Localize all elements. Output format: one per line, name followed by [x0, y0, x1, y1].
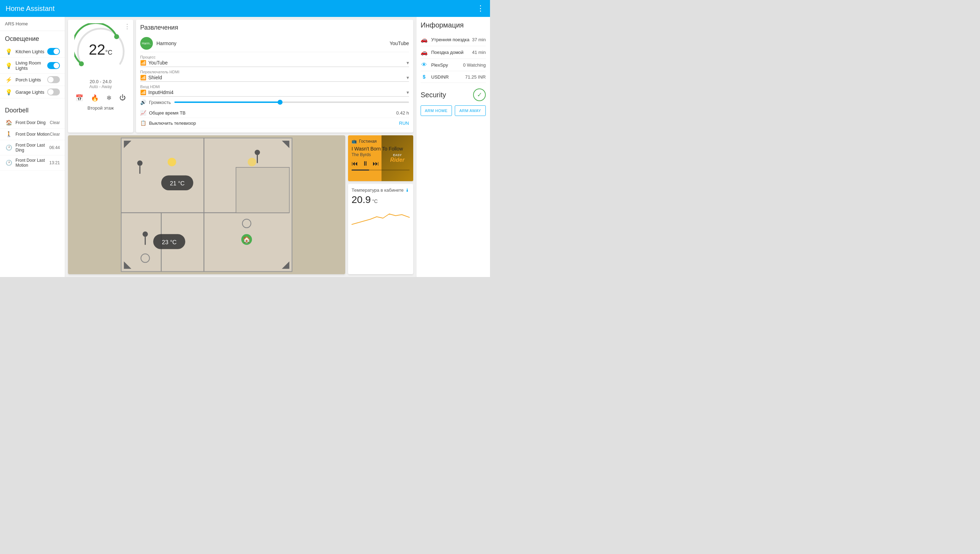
garage-lights-toggle[interactable]: [47, 88, 60, 96]
floorplan-card: 21 °C 23 °C: [68, 135, 345, 274]
music-next-button[interactable]: ⏭: [373, 160, 379, 167]
doorbell-title: Doorbell: [0, 103, 65, 117]
svg-point-1: [114, 34, 119, 39]
process-select-row[interactable]: 📶 YouTube ▾: [140, 60, 409, 67]
left-panel: ARS Home Освещение 💡 Kitchen Lights 💡 Li…: [0, 17, 65, 277]
harmony-avatar: Harm..: [140, 37, 153, 50]
thermostat-power-icon[interactable]: ⏻: [119, 94, 126, 102]
music-prev-button[interactable]: ⏮: [352, 160, 358, 167]
tv-time-value: 0.42 h: [396, 110, 409, 116]
front-door-motion-row: 🚶 Front Door Motion Clear: [0, 129, 65, 140]
porch-lights-toggle[interactable]: [47, 76, 60, 83]
eye-icon: 👁: [421, 62, 428, 68]
usdinr-label: USDINR: [431, 74, 465, 80]
kitchen-lights-label: Kitchen Lights: [16, 49, 47, 54]
volume-slider[interactable]: [174, 102, 409, 103]
front-door-last-motion-value: 13:21: [49, 160, 60, 165]
music-progress-bar: [352, 170, 410, 170]
volume-label: Громкость: [149, 100, 171, 105]
front-door-ding-row: 🏠 Front Door Ding Clear: [0, 117, 65, 129]
tv-time-icon: 📈: [140, 110, 146, 116]
temperature-value: 22°C: [89, 41, 112, 58]
living-room-lights-toggle[interactable]: [47, 62, 60, 69]
cast-icon: 📺: [352, 139, 357, 144]
front-door-last-ding-row: 🕐 Front Door Last Ding 06:44: [0, 140, 65, 155]
security-title: Security: [421, 91, 446, 99]
hdmi-switch-icon: 📶: [140, 75, 146, 80]
office-temp-value: 20.9 °C: [352, 194, 410, 205]
hdmi-input-label: Вход HDMI: [140, 84, 409, 89]
entertainment-card: Развлечения Harm.. Harmony YouTube Проце…: [136, 20, 413, 132]
arm-away-button[interactable]: ARM AWAY: [455, 105, 486, 116]
temp-mode: Auto - Away: [72, 84, 130, 89]
volume-icon: 🔊: [140, 99, 146, 105]
music-room: Гостиная: [359, 139, 377, 144]
svg-text:21 °C: 21 °C: [170, 180, 185, 187]
svg-rect-7: [236, 167, 290, 213]
svg-text:🏠: 🏠: [243, 236, 251, 244]
usdinr-value: 71.25 INR: [465, 74, 486, 80]
media-column: 📺 Гостиная EASY Rider I Wasn't Born To F…: [348, 135, 413, 274]
tv-off-row: 📋 Выключить телевизор RUN: [140, 118, 409, 128]
entertainment-title: Развлечения: [140, 24, 409, 31]
front-door-motion-label: Front Door Motion: [16, 132, 50, 137]
harmony-row: Harm.. Harmony YouTube: [140, 35, 409, 52]
thermostat-card: ⋮ 22°C: [68, 20, 133, 132]
car-icon-home: 🚗: [421, 49, 428, 56]
tv-time-label: Общее время ТВ: [149, 110, 396, 116]
menu-icon[interactable]: ⋮: [477, 4, 484, 13]
music-controls: ⏮ ⏸ ⏭: [352, 160, 410, 167]
topbar: Home Assistant ⋮: [0, 0, 490, 17]
svg-point-13: [248, 158, 256, 166]
thermometer-icon: 🌡: [405, 188, 410, 193]
hdmi-switch-select-row[interactable]: 📶 Shield ▾: [140, 75, 409, 82]
plexspy-label: PlexSpy: [431, 62, 463, 68]
hdmi-switch-label: Переключатель HDMI: [140, 70, 409, 74]
living-room-lights-row: 💡 Living Room Lights: [0, 58, 65, 74]
front-door-last-ding-value: 06:44: [49, 145, 60, 150]
hdmi-input-arrow-icon: ▾: [407, 89, 409, 95]
music-pause-button[interactable]: ⏸: [362, 160, 369, 167]
front-door-motion-value: Clear: [50, 132, 60, 137]
svg-text:23 °C: 23 °C: [162, 239, 177, 246]
process-group: Процесс 📶 YouTube ▾: [140, 55, 409, 67]
doorbell-section: Doorbell 🏠 Front Door Ding Clear 🚶 Front…: [0, 98, 65, 170]
volume-fill: [174, 102, 280, 103]
music-info: I Wasn't Born To Follow The Byrds ⏮ ⏸ ⏭: [352, 146, 410, 167]
panel-header: ARS Home: [0, 17, 65, 31]
hdmi-input-select-row[interactable]: 📶 InputHdmi4 ▾: [140, 89, 409, 97]
lighting-section: Освещение 💡 Kitchen Lights 💡 Living Room…: [0, 31, 65, 98]
security-status-badge: ✓: [473, 88, 486, 101]
music-card: 📺 Гостиная EASY Rider I Wasn't Born To F…: [348, 135, 413, 181]
porch-light-icon: ⚡: [5, 76, 13, 83]
office-temp-title: Температура в кабинете 🌡: [352, 188, 410, 193]
kitchen-lights-toggle[interactable]: [47, 48, 60, 55]
thermostat-circle: 22°C: [74, 23, 127, 76]
info-title: Информация: [421, 21, 486, 29]
svg-point-18: [255, 150, 260, 155]
living-room-light-icon: 💡: [5, 62, 13, 69]
process-wifi-icon: 📶: [140, 60, 146, 65]
right-panel: Информация 🚗 Утренняя поездка 37 min 🚗 П…: [416, 17, 490, 277]
floorplan-svg: 21 °C 23 °C: [68, 135, 345, 274]
info-item-home: 🚗 Поездка домой 41 min: [421, 46, 486, 59]
hdmi-switch-value: Shield: [148, 75, 407, 80]
thermostat-schedule-icon[interactable]: 📅: [75, 94, 83, 102]
tv-time-row: 📈 Общее время ТВ 0.42 h: [140, 108, 409, 118]
front-door-motion-icon: 🚶: [5, 131, 13, 137]
front-door-ding-label: Front Door Ding: [16, 120, 50, 125]
arm-home-button[interactable]: ARM HOME: [421, 105, 452, 116]
plexspy-value: 0 Watching: [463, 62, 486, 68]
dollar-icon: $: [421, 74, 428, 80]
thermostat-snowflake-icon[interactable]: ❄: [107, 94, 112, 102]
hdmi-switch-arrow-icon: ▾: [407, 75, 409, 80]
tv-off-run-button[interactable]: RUN: [399, 121, 409, 126]
volume-row: 🔊 Громкость: [140, 99, 409, 105]
porch-lights-row: ⚡ Porch Lights: [0, 74, 65, 86]
music-artist: The Byrds: [352, 152, 410, 157]
front-door-last-motion-label: Front Door Last Motion: [16, 158, 49, 168]
garage-lights-label: Garage Lights: [16, 89, 47, 95]
kitchen-lights-row: 💡 Kitchen Lights: [0, 45, 65, 58]
morning-trip-value: 37 min: [472, 37, 486, 42]
thermostat-flame-icon[interactable]: 🔥: [91, 94, 99, 102]
